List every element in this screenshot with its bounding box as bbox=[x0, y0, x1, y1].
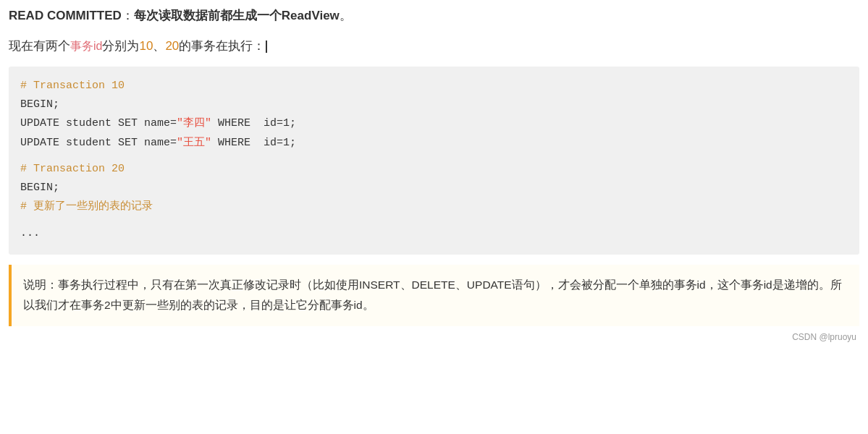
code-line-8: ... bbox=[20, 224, 848, 243]
intro-sep: 、 bbox=[153, 39, 165, 53]
code-line-3: UPDATE student SET name="李四" WHERE id=1; bbox=[20, 114, 848, 133]
code-line-7: # 更新了一些别的表的记录 bbox=[20, 197, 848, 216]
note-block: 说明：事务执行过程中，只有在第一次真正修改记录时（比如使用INSERT、DELE… bbox=[9, 265, 859, 326]
intro-line: 现在有两个事务id分别为10、20的事务在执行： bbox=[9, 35, 859, 58]
code-string-1: "李四" bbox=[177, 117, 211, 129]
code-line-1: # Transaction 10 bbox=[20, 77, 848, 95]
note-text: 说明：事务执行过程中，只有在第一次真正修改记录时（比如使用INSERT、DELE… bbox=[23, 278, 842, 312]
header-line: READ COMMITTED：每次读取数据前都生成一个ReadView。 bbox=[9, 6, 859, 25]
watermark-text: CSDN @lpruoyu bbox=[792, 332, 856, 342]
code-line-4: UPDATE student SET name="王五" WHERE id=1; bbox=[20, 134, 848, 153]
rc-label: READ COMMITTED bbox=[9, 9, 122, 22]
footer-watermark: CSDN @lpruoyu bbox=[9, 332, 859, 342]
code-line-5: # Transaction 20 bbox=[20, 160, 848, 179]
intro-suffix: 的事务在执行： bbox=[179, 39, 265, 53]
intro-prefix: 现在有两个 bbox=[9, 39, 70, 53]
code-block: # Transaction 10 BEGIN; UPDATE student S… bbox=[9, 67, 859, 255]
header-end: 。 bbox=[340, 9, 352, 22]
code-line-6: BEGIN; bbox=[20, 179, 848, 197]
code-line-2: BEGIN; bbox=[20, 95, 848, 114]
intro-num2: 20 bbox=[165, 39, 179, 53]
code-string-2: "王五" bbox=[177, 137, 211, 149]
header-colon: ： bbox=[122, 9, 134, 22]
code-empty-1 bbox=[20, 153, 848, 160]
intro-highlight: 事务id bbox=[70, 40, 102, 52]
intro-middle: 分别为 bbox=[102, 39, 139, 53]
code-empty-2 bbox=[20, 217, 848, 224]
intro-num1: 10 bbox=[139, 39, 153, 53]
page-wrapper: READ COMMITTED：每次读取数据前都生成一个ReadView。 现在有… bbox=[0, 0, 868, 434]
cursor bbox=[266, 41, 267, 53]
header-bold: 每次读取数据前都生成一个ReadView bbox=[134, 9, 340, 22]
